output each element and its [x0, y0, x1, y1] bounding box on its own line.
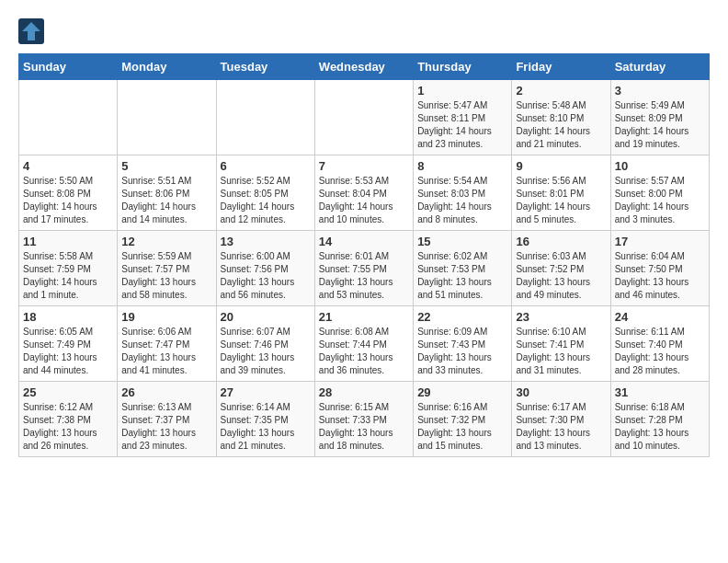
logo	[18, 18, 48, 44]
day-info: Sunrise: 5:48 AM Sunset: 8:10 PM Dayligh…	[516, 99, 606, 151]
day-info: Sunrise: 6:01 AM Sunset: 7:55 PM Dayligh…	[319, 250, 409, 302]
day-info: Sunrise: 6:12 AM Sunset: 7:38 PM Dayligh…	[23, 401, 113, 453]
calendar-cell: 2Sunrise: 5:48 AM Sunset: 8:10 PM Daylig…	[512, 80, 610, 155]
day-info: Sunrise: 6:04 AM Sunset: 7:50 PM Dayligh…	[615, 250, 705, 302]
calendar-cell	[216, 80, 314, 155]
day-info: Sunrise: 6:10 AM Sunset: 7:41 PM Dayligh…	[516, 326, 606, 377]
calendar-cell: 6Sunrise: 5:52 AM Sunset: 8:05 PM Daylig…	[216, 155, 314, 231]
day-number: 7	[319, 159, 409, 173]
calendar-table: SundayMondayTuesdayWednesdayThursdayFrid…	[18, 53, 710, 457]
calendar-cell: 29Sunrise: 6:16 AM Sunset: 7:32 PM Dayli…	[414, 382, 512, 457]
day-info: Sunrise: 6:15 AM Sunset: 7:33 PM Dayligh…	[319, 401, 409, 453]
calendar-cell: 8Sunrise: 5:54 AM Sunset: 8:03 PM Daylig…	[414, 155, 512, 231]
day-number: 18	[23, 310, 113, 324]
day-info: Sunrise: 6:16 AM Sunset: 7:32 PM Dayligh…	[417, 401, 507, 453]
day-number: 4	[23, 159, 113, 173]
calendar-cell: 12Sunrise: 5:59 AM Sunset: 7:57 PM Dayli…	[118, 231, 216, 306]
day-info: Sunrise: 6:13 AM Sunset: 7:37 PM Dayligh…	[121, 401, 211, 453]
day-number: 26	[121, 385, 211, 399]
day-number: 8	[417, 159, 507, 173]
calendar-cell: 27Sunrise: 6:14 AM Sunset: 7:35 PM Dayli…	[216, 382, 314, 457]
day-info: Sunrise: 5:58 AM Sunset: 7:59 PM Dayligh…	[23, 250, 113, 302]
day-info: Sunrise: 6:07 AM Sunset: 7:46 PM Dayligh…	[221, 326, 311, 377]
day-number: 25	[23, 385, 113, 399]
day-number: 5	[121, 159, 211, 173]
day-number: 24	[615, 310, 705, 324]
calendar-week-row: 18Sunrise: 6:05 AM Sunset: 7:49 PM Dayli…	[19, 306, 710, 382]
calendar-cell: 16Sunrise: 6:03 AM Sunset: 7:52 PM Dayli…	[512, 231, 610, 306]
calendar-week-row: 11Sunrise: 5:58 AM Sunset: 7:59 PM Dayli…	[19, 231, 710, 306]
calendar-cell	[118, 80, 216, 155]
calendar-cell: 28Sunrise: 6:15 AM Sunset: 7:33 PM Dayli…	[314, 382, 413, 457]
calendar-cell: 25Sunrise: 6:12 AM Sunset: 7:38 PM Dayli…	[19, 382, 118, 457]
day-number: 6	[221, 159, 311, 173]
day-info: Sunrise: 6:09 AM Sunset: 7:43 PM Dayligh…	[417, 326, 507, 377]
day-number: 2	[516, 84, 606, 98]
calendar-week-row: 1Sunrise: 5:47 AM Sunset: 8:11 PM Daylig…	[19, 80, 710, 155]
logo-icon	[18, 18, 44, 44]
day-info: Sunrise: 6:14 AM Sunset: 7:35 PM Dayligh…	[221, 401, 311, 453]
day-number: 11	[23, 235, 113, 248]
calendar-cell: 3Sunrise: 5:49 AM Sunset: 8:09 PM Daylig…	[610, 80, 709, 155]
day-info: Sunrise: 5:57 AM Sunset: 8:00 PM Dayligh…	[615, 175, 705, 226]
calendar-cell: 10Sunrise: 5:57 AM Sunset: 8:00 PM Dayli…	[610, 155, 709, 231]
day-number: 14	[319, 235, 409, 248]
day-number: 22	[417, 310, 507, 324]
calendar-week-row: 25Sunrise: 6:12 AM Sunset: 7:38 PM Dayli…	[19, 382, 710, 457]
calendar-cell: 14Sunrise: 6:01 AM Sunset: 7:55 PM Dayli…	[314, 231, 413, 306]
calendar-cell: 7Sunrise: 5:53 AM Sunset: 8:04 PM Daylig…	[314, 155, 413, 231]
day-number: 16	[516, 235, 606, 248]
day-info: Sunrise: 5:53 AM Sunset: 8:04 PM Dayligh…	[319, 175, 409, 226]
day-info: Sunrise: 5:47 AM Sunset: 8:11 PM Dayligh…	[417, 99, 507, 151]
calendar-cell: 31Sunrise: 6:18 AM Sunset: 7:28 PM Dayli…	[610, 382, 709, 457]
day-number: 13	[221, 235, 311, 248]
day-info: Sunrise: 6:00 AM Sunset: 7:56 PM Dayligh…	[221, 250, 311, 302]
day-info: Sunrise: 6:18 AM Sunset: 7:28 PM Dayligh…	[615, 401, 705, 453]
calendar-cell: 20Sunrise: 6:07 AM Sunset: 7:46 PM Dayli…	[216, 306, 314, 382]
day-info: Sunrise: 6:08 AM Sunset: 7:44 PM Dayligh…	[319, 326, 409, 377]
day-info: Sunrise: 5:54 AM Sunset: 8:03 PM Dayligh…	[417, 175, 507, 226]
day-info: Sunrise: 5:49 AM Sunset: 8:09 PM Dayligh…	[615, 99, 705, 151]
day-info: Sunrise: 5:52 AM Sunset: 8:05 PM Dayligh…	[221, 175, 311, 226]
day-info: Sunrise: 6:03 AM Sunset: 7:52 PM Dayligh…	[516, 250, 606, 302]
weekday-header: Sunday	[19, 54, 118, 80]
calendar-cell: 5Sunrise: 5:51 AM Sunset: 8:06 PM Daylig…	[118, 155, 216, 231]
calendar-cell: 18Sunrise: 6:05 AM Sunset: 7:49 PM Dayli…	[19, 306, 118, 382]
day-info: Sunrise: 5:56 AM Sunset: 8:01 PM Dayligh…	[516, 175, 606, 226]
weekday-header-row: SundayMondayTuesdayWednesdayThursdayFrid…	[19, 54, 710, 80]
day-number: 9	[516, 159, 606, 173]
day-number: 1	[417, 84, 507, 98]
day-info: Sunrise: 6:06 AM Sunset: 7:47 PM Dayligh…	[121, 326, 211, 377]
calendar-cell: 21Sunrise: 6:08 AM Sunset: 7:44 PM Dayli…	[314, 306, 413, 382]
day-number: 28	[319, 385, 409, 399]
day-number: 30	[516, 385, 606, 399]
calendar-cell: 9Sunrise: 5:56 AM Sunset: 8:01 PM Daylig…	[512, 155, 610, 231]
calendar-cell: 22Sunrise: 6:09 AM Sunset: 7:43 PM Dayli…	[414, 306, 512, 382]
day-number: 3	[615, 84, 705, 98]
calendar-cell: 23Sunrise: 6:10 AM Sunset: 7:41 PM Dayli…	[512, 306, 610, 382]
calendar-cell	[314, 80, 413, 155]
day-number: 27	[221, 385, 311, 399]
day-info: Sunrise: 5:51 AM Sunset: 8:06 PM Dayligh…	[121, 175, 211, 226]
weekday-header: Monday	[118, 54, 216, 80]
day-number: 23	[516, 310, 606, 324]
day-info: Sunrise: 6:02 AM Sunset: 7:53 PM Dayligh…	[417, 250, 507, 302]
day-info: Sunrise: 6:05 AM Sunset: 7:49 PM Dayligh…	[23, 326, 113, 377]
calendar-cell: 26Sunrise: 6:13 AM Sunset: 7:37 PM Dayli…	[118, 382, 216, 457]
calendar-week-row: 4Sunrise: 5:50 AM Sunset: 8:08 PM Daylig…	[19, 155, 710, 231]
day-number: 21	[319, 310, 409, 324]
weekday-header: Wednesday	[314, 54, 413, 80]
day-info: Sunrise: 5:50 AM Sunset: 8:08 PM Dayligh…	[23, 175, 113, 226]
day-info: Sunrise: 6:11 AM Sunset: 7:40 PM Dayligh…	[615, 326, 705, 377]
calendar-cell: 17Sunrise: 6:04 AM Sunset: 7:50 PM Dayli…	[610, 231, 709, 306]
calendar-cell: 4Sunrise: 5:50 AM Sunset: 8:08 PM Daylig…	[19, 155, 118, 231]
calendar-cell: 15Sunrise: 6:02 AM Sunset: 7:53 PM Dayli…	[414, 231, 512, 306]
calendar-cell: 24Sunrise: 6:11 AM Sunset: 7:40 PM Dayli…	[610, 306, 709, 382]
day-number: 20	[221, 310, 311, 324]
day-number: 31	[615, 385, 705, 399]
day-info: Sunrise: 6:17 AM Sunset: 7:30 PM Dayligh…	[516, 401, 606, 453]
day-info: Sunrise: 5:59 AM Sunset: 7:57 PM Dayligh…	[121, 250, 211, 302]
day-number: 12	[121, 235, 211, 248]
calendar-cell: 30Sunrise: 6:17 AM Sunset: 7:30 PM Dayli…	[512, 382, 610, 457]
weekday-header: Friday	[512, 54, 610, 80]
